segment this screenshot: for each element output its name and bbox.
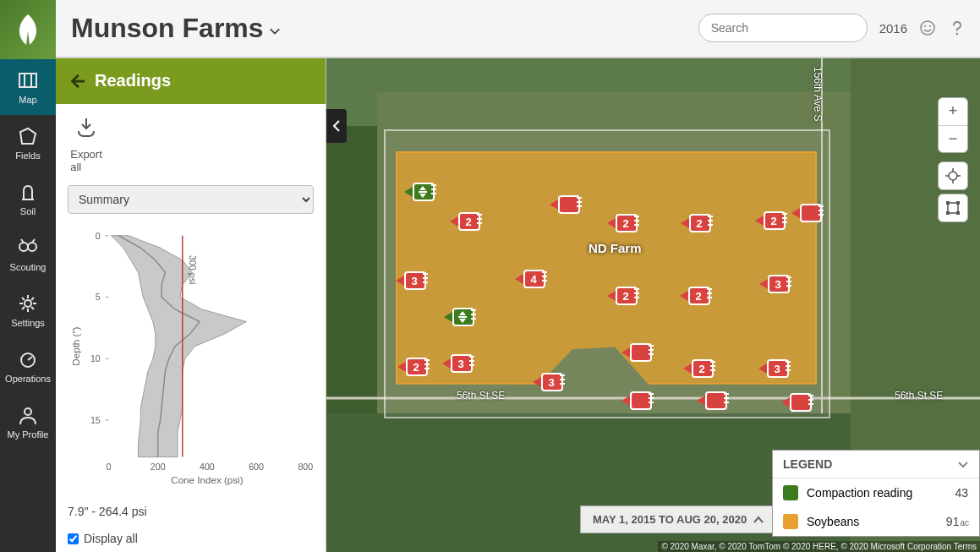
legend-label: Soybeans: [807, 515, 859, 528]
reading-marker[interactable]: 4: [520, 268, 544, 290]
zoom-in-button[interactable]: +: [939, 98, 967, 125]
compaction-marker[interactable]: [449, 306, 473, 328]
svg-point-9: [956, 33, 959, 36]
nav-label: Map: [19, 95, 36, 105]
legend-title: LEGEND: [783, 457, 832, 471]
reading-marker[interactable]: 3: [447, 353, 471, 374]
legend-row[interactable]: Soybeans91ac: [773, 507, 979, 536]
nav-item-map[interactable]: Map: [0, 59, 56, 115]
marker-count: 2: [764, 211, 784, 232]
my profile-icon: [17, 404, 39, 426]
svg-text:5: 5: [96, 292, 101, 302]
nav-item-soil[interactable]: Soil: [0, 171, 56, 227]
back-arrow-icon[interactable]: [68, 72, 86, 90]
marker-count: 2: [406, 358, 426, 378]
reading-marker[interactable]: 3: [538, 371, 561, 393]
legend-header[interactable]: LEGEND: [773, 451, 979, 478]
locate-button[interactable]: [938, 161, 968, 190]
nav-item-operations[interactable]: Operations: [0, 338, 56, 394]
field-name-label: ND Farm: [589, 241, 642, 255]
legend-value: 43: [955, 486, 969, 500]
legend-swatch: [783, 485, 798, 500]
search-input[interactable]: [698, 14, 868, 42]
extent-icon: [945, 200, 961, 216]
legend-value: 91ac: [946, 515, 969, 528]
compaction-marker[interactable]: [409, 181, 433, 203]
svg-rect-43: [956, 201, 960, 205]
farm-switcher[interactable]: Munson Farms: [71, 13, 281, 44]
help-icon[interactable]: [948, 19, 965, 36]
svg-point-5: [25, 408, 31, 415]
legend-row[interactable]: Compaction reading43: [773, 478, 979, 507]
operations-icon: [17, 348, 39, 370]
svg-text:0: 0: [96, 230, 101, 240]
reading-marker[interactable]: [627, 390, 650, 412]
svg-text:Depth ("): Depth ("): [70, 326, 81, 365]
reading-marker[interactable]: [555, 194, 578, 216]
marker-count: 3: [767, 359, 787, 380]
extent-button[interactable]: [938, 194, 968, 222]
compaction-icon: [416, 184, 430, 199]
content: Readings Export all Summary 300 psi02004…: [56, 58, 980, 552]
nav-item-my-profile[interactable]: My Profile: [0, 394, 56, 450]
nav-rail: MapFieldsSoilScoutingSettingsOperationsM…: [0, 0, 56, 552]
panel-collapse-button[interactable]: [326, 109, 347, 143]
panel-header: Readings: [56, 58, 326, 104]
nav-label: Fields: [15, 150, 40, 161]
marker-count: 2: [689, 214, 709, 234]
settings-icon: [17, 292, 39, 314]
reading-marker[interactable]: 2: [686, 212, 709, 234]
reading-marker[interactable]: [627, 342, 650, 363]
reading-marker[interactable]: [702, 390, 725, 412]
chevron-up-icon: [753, 515, 764, 525]
marker-count: 4: [523, 270, 544, 290]
smile-icon[interactable]: [919, 19, 936, 36]
reading-marker[interactable]: 2: [455, 210, 479, 232]
svg-text:600: 600: [249, 462, 264, 472]
display-all-checkbox[interactable]: Display all: [56, 525, 326, 552]
svg-rect-42: [946, 201, 950, 205]
svg-text:400: 400: [200, 462, 215, 472]
reading-marker[interactable]: [786, 391, 810, 413]
side-panel: Readings Export all Summary 300 psi02004…: [56, 58, 326, 552]
marker-count: 3: [768, 275, 788, 295]
display-all-input[interactable]: [68, 533, 79, 544]
export-icon: [74, 116, 98, 139]
svg-point-6: [921, 21, 934, 35]
reading-marker[interactable]: [797, 202, 820, 224]
svg-text:0: 0: [107, 462, 112, 472]
scouting-icon: [17, 237, 39, 259]
soil-icon: [17, 181, 39, 203]
zoom-out-button[interactable]: −: [939, 125, 967, 152]
date-range-picker[interactable]: MAY 1, 2015 TO AUG 20, 2020: [580, 506, 776, 533]
nav-item-settings[interactable]: Settings: [0, 282, 56, 338]
reading-marker[interactable]: 2: [612, 212, 636, 234]
app-logo: [0, 0, 56, 59]
compaction-icon: [456, 309, 469, 325]
reading-marker[interactable]: 2: [402, 356, 426, 378]
reading-marker[interactable]: 3: [764, 358, 787, 380]
reading-marker[interactable]: 2: [685, 285, 709, 307]
nav-item-scouting[interactable]: Scouting: [0, 227, 56, 282]
summary-select[interactable]: Summary: [68, 185, 314, 214]
chevron-down-icon: [957, 458, 969, 470]
nav-item-fields[interactable]: Fields: [0, 115, 56, 171]
marker-count: 2: [616, 214, 636, 234]
map-attribution: © 2020 Maxar, © 2020 TomTom © 2020 HERE,…: [658, 541, 980, 552]
reading-marker[interactable]: 3: [401, 270, 424, 292]
chevron-down-icon: [269, 25, 281, 37]
reading-marker[interactable]: 3: [764, 273, 788, 295]
svg-rect-0: [19, 74, 36, 87]
locate-icon: [945, 168, 961, 183]
header: Munson Farms 2016: [56, 0, 980, 58]
legend-panel: LEGEND Compaction reading43Soybeans91ac: [772, 450, 980, 537]
reading-marker[interactable]: 2: [612, 285, 636, 307]
road-label-east: 56th St SE: [895, 390, 943, 402]
reading-marker[interactable]: 2: [760, 210, 784, 232]
export-button[interactable]: Export all: [56, 104, 117, 185]
leaf-icon: [9, 11, 47, 48]
reading-marker[interactable]: 2: [688, 358, 712, 380]
svg-point-8: [929, 25, 931, 27]
map-view[interactable]: ND Farm 56th St SE 56th St SE 156th Ave …: [326, 58, 980, 552]
year-label[interactable]: 2016: [879, 21, 907, 36]
